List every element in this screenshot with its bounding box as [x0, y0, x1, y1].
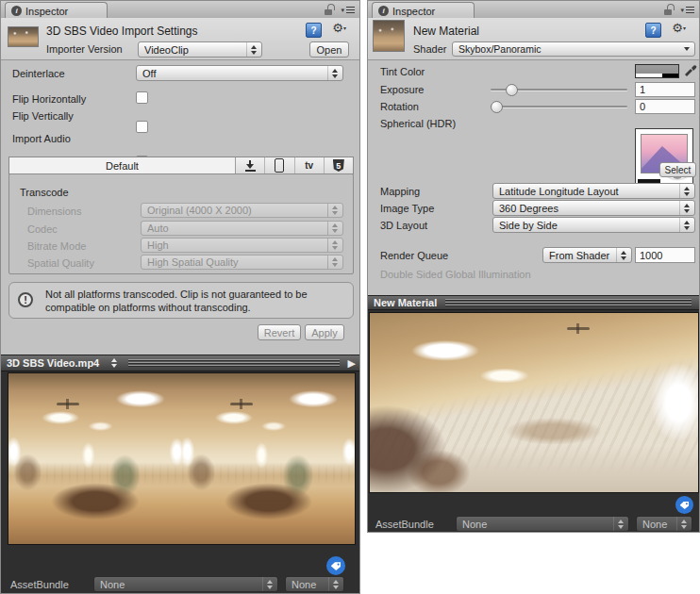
codec-dropdown: Auto — [141, 221, 343, 236]
assetbundle-variant-dropdown[interactable]: None — [636, 516, 692, 532]
dimensions-dropdown: Original (4000 X 2000) — [141, 203, 343, 218]
select-texture-button[interactable]: Select — [659, 162, 696, 177]
platform-tab-tvos[interactable]: tv — [295, 157, 325, 173]
video-preview-header[interactable]: 3D SBS Video.mp4 ▶ — [1, 355, 360, 371]
info-icon: i — [11, 6, 22, 16]
asset-title: New Material — [413, 25, 479, 38]
screenshot-root: { "icons": { "info_glyph": "i", "help_gl… — [0, 0, 700, 594]
deinterlace-dropdown[interactable]: Off — [136, 65, 343, 81]
info-icon: i — [378, 6, 389, 16]
3d-layout-dropdown[interactable]: Side by Side — [492, 217, 695, 233]
updown-arrows-icon — [327, 66, 341, 80]
ceiling-fan — [57, 403, 79, 405]
platform-tab-standalone[interactable] — [236, 157, 265, 173]
download-icon — [245, 160, 256, 172]
help-icon[interactable]: ? — [645, 23, 661, 38]
tab-bar: i Inspector ▾ — [368, 1, 699, 19]
context-menu-icon[interactable]: ▾ — [680, 7, 694, 13]
tab-inspector[interactable]: i Inspector — [372, 2, 475, 19]
updown-arrows-icon — [262, 577, 275, 591]
video-preview-title: 3D SBS Video.mp4 — [7, 357, 99, 369]
mapping-dropdown[interactable]: Latitude Longitude Layout — [492, 183, 695, 199]
dimensions-label: Dimensions — [27, 206, 81, 217]
lock-icon[interactable] — [664, 4, 674, 15]
eyedropper-icon[interactable] — [683, 60, 697, 80]
material-preview-header[interactable]: New Material — [368, 295, 700, 310]
assetbundle-dropdown[interactable]: None — [456, 516, 629, 532]
render-queue-field[interactable]: 1000 — [635, 247, 695, 263]
transcode-label: Transcode — [20, 187, 69, 198]
asset-header: New Material ? ⚙▾ Shader Skybox/Panorami… — [368, 18, 699, 60]
revert-button[interactable]: Revert — [258, 324, 301, 340]
bitrate-mode-dropdown: High — [141, 238, 343, 253]
context-menu-icon[interactable]: ▾ — [341, 7, 355, 13]
spatial-quality-label: Spatial Quality — [27, 257, 94, 269]
render-queue-label: Render Queue — [380, 250, 448, 261]
assetbundle-dropdown[interactable]: None — [93, 576, 278, 592]
assetbundle-tag-icon[interactable] — [326, 556, 345, 575]
open-button[interactable]: Open — [309, 41, 349, 58]
material-preview-image[interactable] — [369, 312, 699, 493]
updown-arrows-icon — [246, 42, 259, 57]
flip-vertically-checkbox[interactable] — [136, 121, 148, 133]
apply-button[interactable]: Apply — [305, 324, 344, 340]
deinterlace-label: Deinterlace — [12, 68, 65, 79]
updown-arrows-icon — [616, 248, 629, 262]
tab-inspector[interactable]: i Inspector — [5, 2, 108, 19]
importer-version-label: Importer Version — [46, 43, 123, 55]
play-icon[interactable]: ▶ — [348, 358, 356, 369]
assetbundle-tag-icon[interactable] — [675, 496, 693, 514]
assetbundle-variant-dropdown[interactable]: None — [285, 576, 344, 592]
spatial-quality-dropdown: High Spatial Quality — [141, 255, 343, 270]
preview-mode-popup-icon[interactable] — [108, 355, 120, 371]
render-queue-dropdown[interactable]: From Shader — [542, 247, 632, 263]
tab-label: Inspector — [392, 6, 435, 17]
updown-arrows-icon — [679, 184, 692, 198]
shader-dropdown[interactable]: Skybox/Panoramic — [452, 41, 695, 57]
warning-text: Not all platforms transcoded. Clip is no… — [45, 288, 345, 314]
preview-drag-handle[interactable] — [128, 359, 339, 367]
exposure-field[interactable]: 1 — [635, 82, 695, 97]
exposure-label: Exposure — [380, 84, 424, 95]
spherical-texture-slot[interactable] — [635, 128, 693, 190]
platform-tab-ios[interactable] — [265, 157, 294, 173]
spherical-hdr-label: Spherical (HDR) — [380, 118, 456, 129]
appletv-icon: tv — [305, 160, 313, 171]
help-icon[interactable]: ? — [306, 23, 322, 38]
warning-icon: ! — [18, 292, 33, 307]
asset-header: 3D SBS Video Import Settings ? ⚙▾ Import… — [1, 18, 359, 60]
double-sided-gi-label: Double Sided Global Illumination — [380, 269, 531, 280]
updown-arrows-icon — [327, 256, 341, 269]
gear-icon[interactable]: ⚙▾ — [332, 22, 346, 35]
bitrate-mode-label: Bitrate Mode — [27, 240, 86, 252]
warning-box: ! Not all platforms transcoded. Clip is … — [8, 282, 354, 319]
rotation-field[interactable]: 0 — [635, 99, 695, 114]
image-type-dropdown[interactable]: 360 Degrees — [492, 200, 695, 216]
flip-horizontally-checkbox[interactable] — [136, 91, 148, 104]
inspector-panel-video: i Inspector ▾ 3D SBS Video Import Settin… — [0, 0, 360, 594]
lock-icon[interactable] — [325, 4, 334, 15]
preview-drag-handle[interactable] — [445, 299, 692, 306]
platform-tab-default[interactable]: Default — [9, 157, 236, 173]
material-preview-zone: AssetBundle None None — [368, 310, 700, 533]
smartphone-icon — [275, 158, 284, 173]
image-type-label: Image Type — [380, 203, 434, 214]
sbs-right-eye-frame — [182, 373, 356, 544]
rotation-slider[interactable] — [491, 101, 627, 111]
ceiling-fan — [567, 327, 590, 330]
3d-layout-label: 3D Layout — [380, 220, 427, 231]
gear-icon[interactable]: ⚙▾ — [672, 22, 686, 35]
tint-color-swatch[interactable] — [635, 64, 679, 78]
exposure-slider[interactable] — [491, 84, 627, 94]
tab-bar: i Inspector ▾ — [1, 1, 359, 19]
platform-tab-webgl[interactable]: 5 — [325, 157, 353, 173]
mapping-label: Mapping — [380, 186, 420, 197]
updown-arrows-icon — [679, 218, 692, 232]
tabbar-controls: ▾ — [325, 1, 355, 18]
ceiling-fan — [230, 403, 253, 405]
importer-version-dropdown[interactable]: VideoClip — [138, 41, 262, 58]
updown-arrows-icon — [676, 517, 690, 531]
sbs-left-eye-frame — [8, 373, 182, 544]
tabbar-controls: ▾ — [664, 1, 694, 18]
video-preview-image[interactable] — [8, 372, 356, 545]
